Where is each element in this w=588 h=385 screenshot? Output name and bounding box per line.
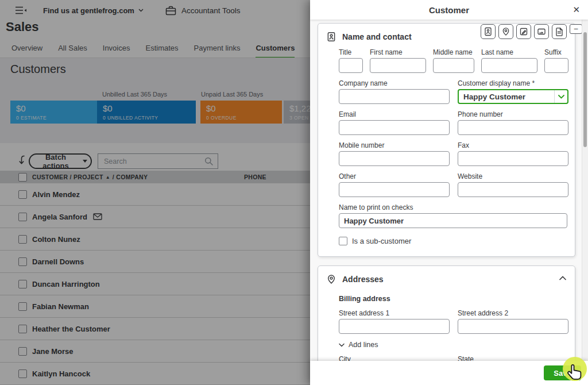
contact-card-icon: [326, 32, 336, 42]
chevron-down-icon[interactable]: [554, 90, 567, 103]
state-label: State: [458, 355, 568, 361]
last-name-label: Last name: [481, 48, 537, 56]
location-pin-icon: [326, 274, 336, 284]
email-label: Email: [339, 110, 450, 118]
street1-label: Street address 1: [339, 309, 450, 317]
add-lines-link[interactable]: Add lines: [339, 341, 567, 349]
customer-drawer: Customer ✕: [310, 0, 588, 385]
suffix-field[interactable]: [544, 58, 568, 73]
drawer-body: – Name and contact Title Firs: [310, 20, 582, 361]
section-title: Addresses: [342, 275, 384, 284]
display-name-combobox: [458, 89, 568, 104]
other-label: Other: [339, 172, 450, 180]
email-field[interactable]: [339, 120, 450, 135]
street2-label: Street address 2: [458, 309, 568, 317]
sub-customer-checkbox[interactable]: [339, 237, 347, 245]
contact-card-icon[interactable]: [481, 24, 496, 39]
scrollbar-thumb[interactable]: [583, 32, 587, 147]
name-and-contact-card: Name and contact Title First name Middle…: [318, 23, 575, 257]
drawer-scrollbar[interactable]: [582, 20, 588, 385]
payment-card-icon[interactable]: [534, 24, 549, 39]
app-window: Find us at gentlefrog.com Accountant Too…: [0, 0, 588, 385]
middle-name-label: Middle name: [433, 48, 474, 56]
addresses-card: Addresses Billing address Street address…: [318, 265, 575, 361]
company-name-field[interactable]: [339, 89, 450, 104]
location-pin-icon[interactable]: [498, 24, 513, 39]
website-field[interactable]: [458, 182, 568, 197]
suffix-label: Suffix: [544, 48, 568, 56]
fax-field[interactable]: [458, 151, 568, 166]
last-name-field[interactable]: [481, 58, 537, 73]
mobile-field[interactable]: [339, 151, 450, 166]
chevron-up-icon[interactable]: [558, 275, 567, 282]
display-name-label: Customer display name *: [458, 79, 568, 87]
city-label: City: [339, 355, 450, 361]
chevron-down-icon: [339, 343, 345, 347]
title-label: Title: [339, 48, 363, 56]
title-field[interactable]: [339, 58, 363, 73]
section-jump-toolbar: –: [481, 24, 582, 39]
add-lines-label: Add lines: [349, 341, 378, 349]
website-label: Website: [458, 172, 568, 180]
mobile-label: Mobile number: [339, 141, 450, 149]
billing-address-heading: Billing address: [339, 295, 567, 303]
fax-label: Fax: [458, 141, 568, 149]
first-name-field[interactable]: [370, 58, 426, 73]
collapse-all-button[interactable]: –: [570, 24, 582, 34]
display-name-field[interactable]: [458, 89, 568, 104]
street1-field[interactable]: [339, 319, 450, 334]
print-on-checks-label: Name to print on checks: [339, 203, 567, 211]
close-icon[interactable]: ✕: [571, 3, 581, 16]
sub-customer-label: Is a sub-customer: [352, 237, 411, 245]
drawer-footer: Save: [310, 361, 588, 385]
print-on-checks-field[interactable]: [339, 213, 567, 228]
first-name-label: First name: [370, 48, 426, 56]
hand-cursor-icon: [567, 364, 584, 383]
company-name-label: Company name: [339, 79, 450, 87]
document-icon[interactable]: [552, 24, 567, 39]
phone-label: Phone number: [458, 110, 568, 118]
drawer-header: Customer ✕: [310, 0, 588, 20]
other-field[interactable]: [339, 182, 450, 197]
phone-field[interactable]: [458, 120, 568, 135]
drawer-title: Customer: [429, 5, 469, 15]
edit-note-icon[interactable]: [516, 24, 531, 39]
middle-name-field[interactable]: [433, 58, 474, 73]
section-title: Name and contact: [342, 32, 412, 41]
street2-field[interactable]: [458, 319, 568, 334]
